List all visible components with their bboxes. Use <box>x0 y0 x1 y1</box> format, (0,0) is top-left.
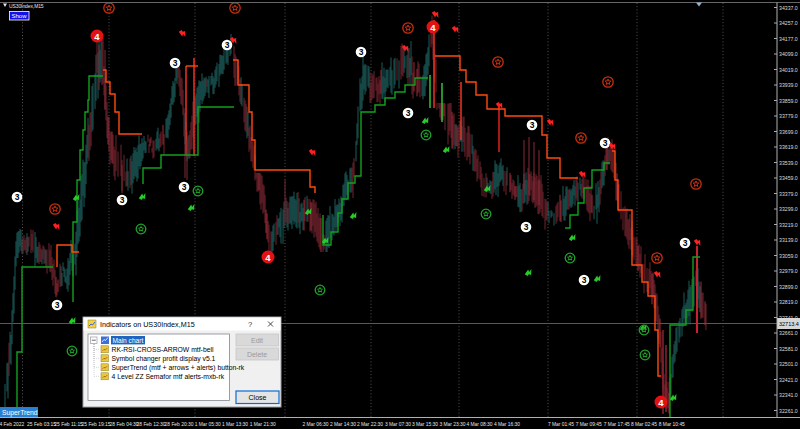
svg-text:8 Mar 10:45: 8 Mar 10:45 <box>659 422 685 427</box>
svg-text:3: 3 <box>603 138 608 148</box>
svg-text:Indicators on US30Index,M15: Indicators on US30Index,M15 <box>100 320 195 329</box>
svg-text:3: 3 <box>524 222 529 232</box>
svg-text:4: 4 <box>94 31 100 42</box>
svg-text:Delete: Delete <box>247 351 267 358</box>
svg-text:32261.0: 32261.0 <box>779 408 798 414</box>
svg-text:3 Mar 23:30: 3 Mar 23:30 <box>439 422 465 427</box>
svg-text:3: 3 <box>582 275 587 285</box>
svg-text:4 Mar 16:30: 4 Mar 16:30 <box>494 422 520 427</box>
svg-text:33139.0: 33139.0 <box>779 237 798 243</box>
svg-text:SuperTrend: SuperTrend <box>2 409 38 417</box>
svg-text:32581.0: 32581.0 <box>779 346 798 352</box>
svg-text:Main chart: Main chart <box>113 337 144 344</box>
svg-text:33779.0: 33779.0 <box>779 113 798 119</box>
svg-text:4 Level ZZ Semafor mtf alerts-: 4 Level ZZ Semafor mtf alerts-mxb-rk <box>112 373 225 380</box>
svg-text:3 Mar 07:30: 3 Mar 07:30 <box>385 422 411 427</box>
svg-text:32421.0: 32421.0 <box>779 377 798 383</box>
svg-text:25 Feb 19:15: 25 Feb 19:15 <box>82 422 111 427</box>
svg-text:7 Mar 17:45: 7 Mar 17:45 <box>604 422 630 427</box>
svg-text:32979.0: 32979.0 <box>779 268 798 274</box>
svg-text:33539.0: 33539.0 <box>779 160 798 166</box>
svg-text:Edit: Edit <box>251 337 263 344</box>
svg-text:25 Feb 03:15: 25 Feb 03:15 <box>27 422 56 427</box>
svg-text:33699.0: 33699.0 <box>779 129 798 135</box>
svg-text:4: 4 <box>658 397 664 408</box>
svg-text:RK-RSI-CROSS-ARROW mtf-bell: RK-RSI-CROSS-ARROW mtf-bell <box>112 346 214 353</box>
svg-text:33859.0: 33859.0 <box>779 98 798 104</box>
svg-text:32713.4: 32713.4 <box>779 321 799 327</box>
svg-text:SuperTrend (mtf + arrows + ale: SuperTrend (mtf + arrows + alerts) butto… <box>112 364 245 372</box>
svg-text:28 Feb 20:30: 28 Feb 20:30 <box>165 422 194 427</box>
svg-text:1 Mar 21:30: 1 Mar 21:30 <box>250 422 276 427</box>
svg-text:4: 4 <box>265 252 271 263</box>
svg-text:7 Mar 01:45: 7 Mar 01:45 <box>548 422 574 427</box>
svg-text:28 Feb 12:30: 28 Feb 12:30 <box>137 422 166 427</box>
svg-text:34019.0: 34019.0 <box>779 67 798 73</box>
svg-text:33459.0: 33459.0 <box>779 175 798 181</box>
svg-text:33379.0: 33379.0 <box>779 191 798 197</box>
svg-text:32819.0: 32819.0 <box>779 299 798 305</box>
svg-text:8 Mar 02:45: 8 Mar 02:45 <box>631 422 657 427</box>
svg-text:33939.0: 33939.0 <box>779 82 798 88</box>
svg-text:34099.0: 34099.0 <box>779 51 798 57</box>
svg-text:24 Feb 2022: 24 Feb 2022 <box>0 422 25 427</box>
svg-text:7 Mar 09:45: 7 Mar 09:45 <box>576 422 602 427</box>
svg-text:2 Mar 14:30: 2 Mar 14:30 <box>330 422 356 427</box>
svg-text:34257.0: 34257.0 <box>779 20 798 26</box>
svg-text:32341.0: 32341.0 <box>779 392 798 398</box>
svg-text:3: 3 <box>182 182 187 192</box>
svg-text:1 Mar 05:30: 1 Mar 05:30 <box>195 422 221 427</box>
svg-text:3: 3 <box>406 108 411 118</box>
svg-text:34337.0: 34337.0 <box>779 5 798 11</box>
svg-text:32741.0: 32741.0 <box>779 315 798 321</box>
svg-text:32661.0: 32661.0 <box>779 330 798 336</box>
svg-text:3: 3 <box>530 120 535 130</box>
svg-text:Symbol changer profit display: Symbol changer profit display v5.1 <box>112 355 216 363</box>
svg-text:32501.0: 32501.0 <box>779 361 798 367</box>
svg-text:US30Index,M15: US30Index,M15 <box>9 3 44 9</box>
svg-text:32899.0: 32899.0 <box>779 284 798 290</box>
svg-text:3: 3 <box>173 58 178 68</box>
svg-text:4 Mar 08:30: 4 Mar 08:30 <box>466 422 492 427</box>
svg-text:Close: Close <box>249 394 267 401</box>
svg-text:3: 3 <box>225 40 230 50</box>
svg-text:Show: Show <box>11 13 27 19</box>
svg-text:2 Mar 22:30: 2 Mar 22:30 <box>357 422 383 427</box>
svg-text:1 Mar 13:30: 1 Mar 13:30 <box>222 422 248 427</box>
svg-text:?: ? <box>248 320 252 329</box>
svg-text:33059.0: 33059.0 <box>779 253 798 259</box>
svg-text:33619.0: 33619.0 <box>779 144 798 150</box>
svg-text:25 Feb 11:15: 25 Feb 11:15 <box>54 422 83 427</box>
svg-text:4: 4 <box>430 22 436 33</box>
svg-text:3: 3 <box>15 192 20 202</box>
svg-text:3: 3 <box>55 300 60 310</box>
svg-text:3: 3 <box>359 47 364 57</box>
svg-text:34177.0: 34177.0 <box>779 36 798 42</box>
svg-text:3: 3 <box>683 238 688 248</box>
svg-text:3: 3 <box>120 195 125 205</box>
svg-text:28 Feb 04:30: 28 Feb 04:30 <box>110 422 139 427</box>
svg-text:33219.0: 33219.0 <box>779 222 798 228</box>
svg-text:33299.0: 33299.0 <box>779 206 798 212</box>
svg-text:3 Mar 15:30: 3 Mar 15:30 <box>412 422 438 427</box>
svg-text:2 Mar 06:30: 2 Mar 06:30 <box>302 422 328 427</box>
